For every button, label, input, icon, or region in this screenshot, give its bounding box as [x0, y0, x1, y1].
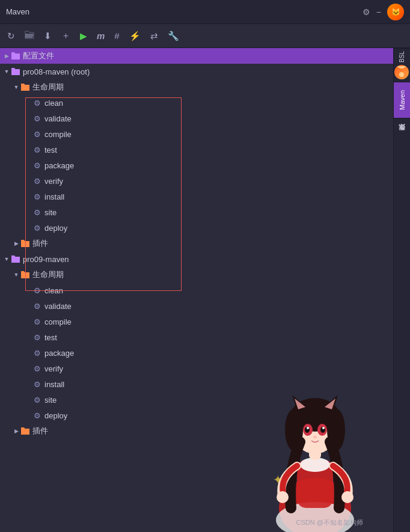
pro08-site-item[interactable]: ⚙ site: [0, 204, 393, 220]
pro08-clean-item[interactable]: ⚙ clean: [0, 95, 393, 111]
pro09-deploy-gear-icon: ⚙: [32, 411, 42, 420]
pro09-lifecycle-arrow: [12, 271, 20, 279]
pro08-package-label: package: [44, 161, 74, 170]
pro09-root-item[interactable]: pro09-maven: [0, 251, 393, 267]
config-files-arrow: [2, 52, 11, 60]
bottom-spacer: [0, 439, 393, 532]
bolt-button[interactable]: ⚡: [127, 29, 143, 43]
pro09-plugins-label: 插件: [32, 426, 48, 436]
run-button[interactable]: ▶: [78, 29, 90, 43]
pro09-verify-label: verify: [44, 364, 63, 373]
pro08-validate-item[interactable]: ⚙ validate: [0, 111, 393, 126]
pro08-plugins-item[interactable]: 插件: [0, 236, 393, 251]
pro09-deploy-label: deploy: [44, 411, 67, 420]
pro08-site-label: site: [44, 208, 57, 217]
right-sidebar: BSL Maven 数据库: [393, 48, 410, 532]
pro08-test-gear-icon: ⚙: [32, 145, 42, 154]
pro09-lifecycle-folder-icon: [20, 270, 30, 280]
pro09-package-item[interactable]: ⚙ package: [0, 345, 393, 361]
tree-panel: 配置文件 pro08-maven (root) 生命周期: [0, 48, 393, 532]
pro09-lifecycle-item[interactable]: 生命周期: [0, 267, 393, 283]
pro09-validate-label: validate: [44, 302, 72, 311]
bsl-avatar: [395, 65, 409, 79]
open-folder-button[interactable]: [22, 29, 37, 43]
pro08-test-item[interactable]: ⚙ test: [0, 142, 393, 157]
pro09-test-gear-icon: ⚙: [32, 332, 42, 342]
pro09-validate-gear-icon: ⚙: [32, 301, 42, 311]
download-button[interactable]: ⬇: [41, 29, 54, 43]
pro09-deploy-item[interactable]: ⚙ deploy: [0, 408, 393, 423]
settings-icon[interactable]: ⚙: [363, 7, 370, 17]
pro09-site-gear-icon: ⚙: [32, 395, 42, 405]
window-title: Maven: [6, 7, 29, 16]
pro08-verify-gear-icon: ⚙: [32, 176, 42, 186]
pro08-install-item[interactable]: ⚙ install: [0, 189, 393, 204]
config-files-label: 配置文件: [23, 50, 54, 61]
hash-button[interactable]: #: [112, 29, 121, 43]
pro09-folder-icon: [11, 254, 20, 264]
pro09-validate-item[interactable]: ⚙ validate: [0, 298, 393, 314]
pro09-verify-gear-icon: ⚙: [32, 364, 42, 373]
pro09-plugins-arrow: [12, 427, 20, 435]
pro09-clean-gear-icon: ⚙: [32, 286, 42, 295]
pro08-lifecycle-label: 生命周期: [32, 82, 64, 93]
wrench-button[interactable]: 🔧: [165, 29, 182, 43]
pro09-test-item[interactable]: ⚙ test: [0, 329, 393, 345]
pro08-site-gear-icon: ⚙: [32, 207, 42, 217]
pro09-install-label: install: [44, 380, 64, 389]
pro08-package-gear-icon: ⚙: [32, 161, 42, 170]
tab-maven[interactable]: Maven: [394, 82, 410, 118]
pro08-compile-gear-icon: ⚙: [32, 129, 42, 139]
pro08-plugins-folder-icon: [20, 239, 30, 248]
pro09-compile-item[interactable]: ⚙ compile: [0, 314, 393, 329]
pro09-install-item[interactable]: ⚙ install: [0, 376, 393, 392]
pro09-compile-label: compile: [44, 317, 72, 326]
pro09-site-label: site: [44, 396, 57, 405]
pro08-plugins-arrow: [12, 239, 20, 248]
tab-database[interactable]: 数据库: [394, 118, 410, 154]
main-layout: 配置文件 pro08-maven (root) 生命周期: [0, 48, 410, 532]
pro09-package-gear-icon: ⚙: [32, 348, 42, 358]
pro08-compile-item[interactable]: ⚙ compile: [0, 126, 393, 142]
svg-point-0: [400, 72, 405, 77]
pro09-test-label: test: [44, 333, 57, 342]
refresh-button[interactable]: ↻: [5, 29, 17, 43]
pro09-root-label: pro09-maven: [23, 255, 69, 264]
pro08-plugins-label: 插件: [32, 238, 48, 249]
pro09-package-label: package: [44, 349, 74, 358]
pro08-install-label: install: [44, 192, 64, 201]
pro09-compile-gear-icon: ⚙: [32, 317, 42, 326]
tab-bsl-label: BSL: [399, 51, 405, 63]
maven-m-button[interactable]: m: [94, 29, 107, 43]
minimize-icon[interactable]: −: [376, 7, 381, 17]
arrows-button[interactable]: ⇄: [148, 29, 161, 43]
pro08-root-arrow: [2, 67, 11, 76]
pro09-verify-item[interactable]: ⚙ verify: [0, 361, 393, 376]
pro09-site-item[interactable]: ⚙ site: [0, 392, 393, 408]
pro09-clean-item[interactable]: ⚙ clean: [0, 283, 393, 298]
pro08-root-item[interactable]: pro08-maven (root): [0, 64, 393, 79]
avatar[interactable]: 🐱: [387, 4, 404, 20]
pro08-verify-item[interactable]: ⚙ verify: [0, 173, 393, 189]
pro08-compile-label: compile: [44, 130, 72, 139]
pro09-plugins-item[interactable]: 插件: [0, 423, 393, 439]
pro08-lifecycle-folder-icon: [20, 82, 30, 92]
toolbar: ↻ ⬇ ＋ ▶ m # ⚡ ⇄ 🔧: [0, 24, 410, 48]
pro08-root-label: pro08-maven (root): [23, 67, 90, 76]
pro08-validate-label: validate: [44, 114, 72, 123]
tab-maven-label: Maven: [399, 90, 406, 110]
pro08-package-item[interactable]: ⚙ package: [0, 157, 393, 173]
pro08-clean-gear-icon: ⚙: [32, 98, 42, 108]
config-files-folder-icon: [11, 51, 20, 61]
pro08-deploy-item[interactable]: ⚙ deploy: [0, 220, 393, 236]
pro08-lifecycle-item[interactable]: 生命周期: [0, 79, 393, 95]
tab-bsl[interactable]: BSL: [394, 48, 410, 82]
config-files-item[interactable]: 配置文件: [0, 48, 393, 64]
pro08-deploy-label: deploy: [44, 224, 67, 233]
pro08-verify-label: verify: [44, 177, 63, 186]
add-button[interactable]: ＋: [59, 28, 73, 43]
pro09-lifecycle-label: 生命周期: [32, 269, 64, 280]
pro08-install-gear-icon: ⚙: [32, 192, 42, 201]
title-bar: Maven ⚙ − 🐱: [0, 0, 410, 24]
title-bar-controls: ⚙ − 🐱: [363, 4, 404, 20]
